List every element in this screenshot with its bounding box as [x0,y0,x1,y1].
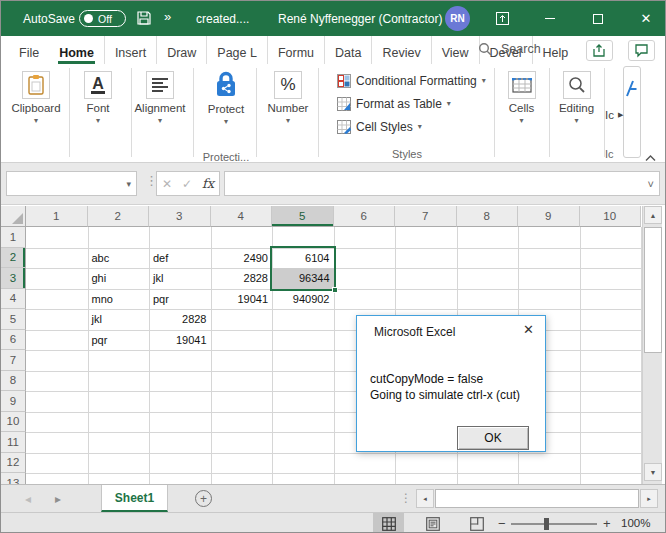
zoom-slider-track[interactable] [511,523,597,525]
column-header-4[interactable]: 4 [211,206,273,227]
column-header-10[interactable]: 10 [580,206,642,227]
tab-insert[interactable]: Insert [104,36,156,64]
cell-r5c3[interactable]: 2828 [149,309,211,330]
conditional-formatting-label: Conditional Formatting [356,74,477,88]
font-group[interactable]: A Font ▾ [67,67,129,161]
row-header-7[interactable]: 7 [1,350,26,371]
overflow-peek-arrow-icon[interactable]: ▶ [618,111,623,119]
name-box[interactable]: ▾ [6,171,137,196]
clipboard-group[interactable]: Clipboard ▾ [5,67,67,161]
column-header-1[interactable]: 1 [26,206,88,227]
tab-data[interactable]: Data [324,36,371,64]
cells-group[interactable]: Cells ▾ [494,67,549,161]
autosave-toggle[interactable]: Off [79,10,126,27]
cancel-entry-icon[interactable]: ✕ [162,177,172,191]
horizontal-scroll-thumb[interactable] [435,489,639,508]
sheet-nav-right-icon[interactable]: ▸ [55,492,61,506]
cell-r3c4[interactable]: 2828 [211,268,273,289]
fill-handle[interactable] [332,287,338,293]
page-break-preview-button[interactable] [461,513,492,533]
column-header-2[interactable]: 2 [88,206,150,227]
avatar[interactable]: RN [445,6,470,31]
tab-home[interactable]: Home [49,36,104,64]
row-header-10[interactable]: 10 [1,412,26,433]
vertical-scroll-thumb[interactable] [644,227,662,353]
column-header-6[interactable]: 6 [334,206,396,227]
tab-draw[interactable]: Draw [156,36,206,64]
number-group[interactable]: % Number ▾ [257,67,319,161]
name-box-dropdown-icon[interactable]: ▾ [126,179,131,189]
cell-r4c2[interactable]: mno [88,289,150,310]
tab-file[interactable]: File [9,36,49,64]
insert-function-icon[interactable]: fx [202,176,214,191]
row-header-9[interactable]: 9 [1,391,26,412]
column-header-5[interactable]: 5 [272,206,334,227]
tab-page-l[interactable]: Page L [206,36,267,64]
cell-r4c4[interactable]: 19041 [211,289,273,310]
row-header-8[interactable]: 8 [1,371,26,392]
close-button[interactable]: ✕ [631,1,661,36]
save-icon[interactable] [136,10,152,30]
column-header-9[interactable]: 9 [518,206,580,227]
alignment-group[interactable]: Alignment ▾ [129,67,191,161]
new-sheet-button[interactable]: + [195,490,212,507]
cell-r4c5[interactable]: 940902 [272,289,334,310]
cell-r6c2[interactable]: pqr [88,330,150,351]
tab-reviev[interactable]: Reviev [371,36,430,64]
more-commands-icon[interactable]: » [164,9,171,24]
page-layout-view-button[interactable] [417,513,448,533]
vertical-scrollbar[interactable]: ▲ ▼ [642,206,662,484]
zoom-in-icon[interactable]: + [603,516,611,531]
format-as-table-button[interactable]: Format as Table ▾ [337,94,451,113]
confirm-entry-icon[interactable]: ✓ [182,177,192,191]
scroll-up-icon[interactable]: ▲ [644,206,662,224]
row-header-13[interactable]: 13 [1,473,26,484]
row-header-1[interactable]: 1 [1,227,26,248]
cell-r5c2[interactable]: jkl [88,309,150,330]
tabbar-splitter-icon[interactable]: ⋮ [400,491,412,505]
scroll-down-icon[interactable]: ▼ [644,463,662,481]
editing-group[interactable]: Editing ▾ [549,67,604,161]
cell-r2c2[interactable]: abc [88,248,150,269]
dialog-ok-button[interactable]: OK [457,426,529,450]
zoom-out-icon[interactable]: − [498,516,506,531]
cell-r3c2[interactable]: ghi [88,268,150,289]
row-header-11[interactable]: 11 [1,432,26,453]
comment-button[interactable] [628,40,655,61]
row-header-4[interactable]: 4 [1,289,26,310]
sheet-nav-left-icon[interactable]: ◂ [25,492,31,506]
row-header-3[interactable]: 3 [1,268,26,289]
search-box[interactable]: Search [478,42,541,56]
cell-r2c4[interactable]: 2490 [211,248,273,269]
row-header-12[interactable]: 12 [1,453,26,474]
column-header-8[interactable]: 8 [457,206,519,227]
cell-styles-button[interactable]: Cell Styles ▾ [337,117,422,136]
dialog-close-icon[interactable]: ✕ [512,316,545,343]
zoom-level[interactable]: 100% [621,517,650,529]
column-header-3[interactable]: 3 [149,206,211,227]
minimize-button[interactable] [535,1,565,36]
select-all-button[interactable] [1,206,26,227]
tab-view[interactable]: View [431,36,479,64]
share-button[interactable] [586,40,613,61]
expand-formula-bar-icon[interactable]: ˅ [648,178,654,190]
scroll-right-icon[interactable]: ▸ [640,489,658,508]
row-header-5[interactable]: 5 [1,309,26,330]
formula-input[interactable]: ˅ [224,171,660,196]
scroll-left-icon[interactable]: ◂ [416,489,434,508]
tab-formu[interactable]: Formu [267,36,324,64]
ribbon-display-options-icon[interactable] [487,1,517,36]
row-header-2[interactable]: 2 [1,248,26,269]
conditional-formatting-button[interactable]: Conditional Formatting ▾ [337,71,486,90]
row-header-6[interactable]: 6 [1,330,26,351]
cell-r4c3[interactable]: pqr [149,289,211,310]
zoom-slider-handle[interactable] [544,518,549,530]
normal-view-button[interactable] [373,513,404,533]
protect-button[interactable]: Protect ▾ Protecti... [195,67,257,161]
cell-r6c3[interactable]: 19041 [149,330,211,351]
cell-r2c3[interactable]: def [149,248,211,269]
column-header-7[interactable]: 7 [395,206,457,227]
maximize-button[interactable] [583,1,613,36]
sheet-tab-sheet1[interactable]: Sheet1 [101,485,168,512]
cell-r3c3[interactable]: jkl [149,268,211,289]
